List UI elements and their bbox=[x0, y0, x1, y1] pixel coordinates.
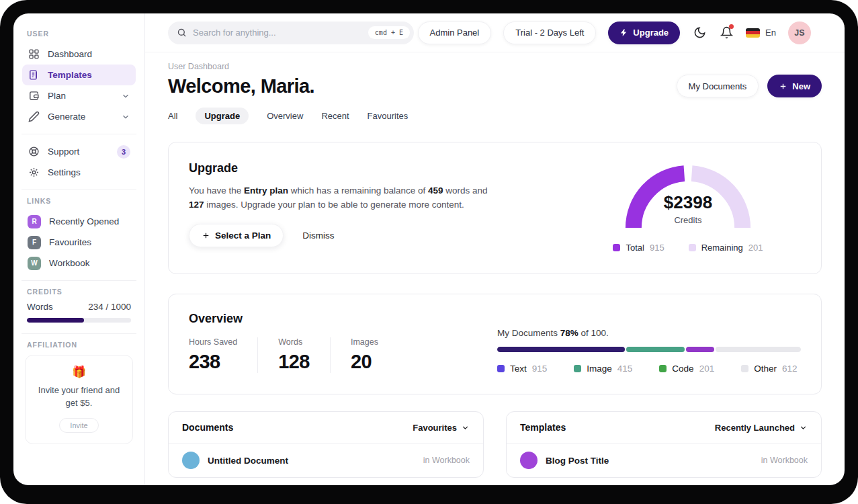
legend-item-text: Text 915 bbox=[497, 364, 547, 374]
sidebar-section-links: LINKS bbox=[27, 197, 131, 205]
legend-swatch bbox=[659, 365, 667, 372]
templates-card-header: Templates Recently Launched bbox=[507, 412, 821, 444]
stat-words: Words 128 bbox=[278, 337, 331, 373]
upgrade-card: Upgrade You have the Entry plan which ha… bbox=[168, 142, 822, 274]
gauge-legend: Total 915 Remaining 201 bbox=[610, 243, 766, 253]
grid-icon bbox=[28, 48, 40, 60]
overview-card: Overview Hours Saved 238 Words 128 Image… bbox=[168, 294, 822, 394]
main-area: cmd + E Admin Panel Trial - 2 Days Left … bbox=[145, 13, 845, 485]
legend-swatch bbox=[613, 244, 620, 251]
tab-overview[interactable]: Overview bbox=[267, 108, 303, 124]
documents-filter-dropdown[interactable]: Favourites bbox=[413, 423, 470, 433]
admin-panel-button[interactable]: Admin Panel bbox=[418, 22, 492, 44]
search-icon bbox=[177, 28, 187, 38]
select-plan-label: Select a Plan bbox=[215, 230, 271, 241]
my-documents-button[interactable]: My Documents bbox=[677, 75, 759, 97]
search-input[interactable] bbox=[193, 28, 362, 38]
stat-images: Images 20 bbox=[351, 337, 398, 373]
chevron-down-icon bbox=[461, 423, 470, 432]
sidebar-item-templates[interactable]: Templates bbox=[22, 65, 136, 85]
bolt-icon bbox=[619, 28, 628, 37]
bottom-row: Documents Favourites Untitled Document i… bbox=[168, 411, 822, 478]
sidebar-link-workbook[interactable]: W Workbook bbox=[22, 253, 136, 274]
credits-row: Words 234 / 1000 bbox=[27, 302, 131, 312]
documents-card: Documents Favourites Untitled Document i… bbox=[168, 411, 484, 478]
select-plan-button[interactable]: Select a Plan bbox=[189, 224, 284, 247]
template-avatar bbox=[520, 452, 538, 469]
link-initial-badge: F bbox=[28, 236, 41, 249]
tab-all[interactable]: All bbox=[168, 108, 177, 124]
user-avatar[interactable]: JS bbox=[788, 22, 811, 44]
legend-item-image: Image 415 bbox=[574, 364, 632, 374]
new-button-label: New bbox=[792, 81, 810, 91]
sidebar-item-settings[interactable]: Settings bbox=[22, 162, 136, 183]
new-button[interactable]: New bbox=[767, 75, 822, 97]
chevron-down-icon bbox=[121, 91, 130, 101]
upgrade-button[interactable]: Upgrade bbox=[608, 22, 680, 44]
sidebar-link-label: Workbook bbox=[49, 258, 90, 268]
sidebar-item-plan[interactable]: Plan bbox=[22, 85, 136, 106]
gift-icon: 🎁 bbox=[32, 365, 126, 379]
usage-bar-segment bbox=[626, 347, 684, 352]
document-title: Untitled Document bbox=[208, 456, 288, 466]
device-frame: USER Dashboard Templates Plan bbox=[0, 0, 858, 504]
document-location: in Workbook bbox=[423, 456, 470, 465]
sidebar-item-support[interactable]: Support 3 bbox=[22, 141, 136, 162]
overview-title: Overview bbox=[189, 312, 419, 326]
upgrade-card-body: You have the Entry plan which has a rema… bbox=[189, 184, 491, 212]
chevron-down-icon bbox=[121, 112, 130, 122]
my-documents-usage-line: My Documents 78% of 100. bbox=[497, 328, 801, 338]
trial-status-button[interactable]: Trial - 2 Days Left bbox=[503, 22, 596, 44]
documents-card-title: Documents bbox=[182, 422, 233, 433]
notification-dot bbox=[729, 24, 734, 29]
usage-bar bbox=[497, 347, 801, 352]
moon-icon bbox=[693, 26, 706, 39]
stat-hours-saved: Hours Saved 238 bbox=[189, 337, 258, 373]
document-icon bbox=[28, 69, 40, 81]
gear-icon bbox=[28, 167, 40, 179]
affiliation-card: 🎁 Invite your friend and get $5. Invite bbox=[25, 355, 133, 444]
template-title: Blog Post Title bbox=[546, 456, 609, 466]
upgrade-card-title: Upgrade bbox=[189, 161, 491, 175]
sidebar-link-label: Recently Opened bbox=[49, 216, 119, 226]
overview-left: Overview Hours Saved 238 Words 128 Image… bbox=[189, 312, 419, 374]
dismiss-button[interactable]: Dismiss bbox=[302, 230, 334, 241]
credits-value: 234 / 1000 bbox=[88, 302, 131, 312]
sidebar-item-label: Plan bbox=[48, 91, 66, 101]
divider bbox=[22, 333, 136, 334]
plus-icon bbox=[202, 231, 210, 240]
language-selector[interactable]: En bbox=[746, 28, 776, 38]
documents-card-header: Documents Favourites bbox=[169, 412, 483, 444]
search-bar[interactable]: cmd + E bbox=[168, 22, 414, 44]
sidebar-link-favourites[interactable]: F Favourites bbox=[22, 232, 136, 253]
tabs: All Upgrade Overview Recent Favourites bbox=[168, 108, 822, 124]
sidebar-link-recently-opened[interactable]: R Recently Opened bbox=[22, 211, 136, 232]
pencil-icon bbox=[28, 111, 40, 123]
legend-swatch bbox=[741, 365, 748, 372]
template-row[interactable]: Blog Post Title in Workbook bbox=[507, 444, 821, 477]
usage-bar-segment bbox=[716, 347, 801, 352]
templates-filter-dropdown[interactable]: Recently Launched bbox=[715, 423, 808, 433]
tab-recent[interactable]: Recent bbox=[321, 108, 349, 124]
upgrade-card-actions: Select a Plan Dismiss bbox=[189, 224, 491, 247]
invite-button[interactable]: Invite bbox=[59, 418, 98, 433]
gauge-amount: $2398 bbox=[610, 192, 766, 213]
sidebar-item-label: Dashboard bbox=[48, 49, 92, 59]
document-row[interactable]: Untitled Document in Workbook bbox=[169, 444, 483, 477]
upgrade-card-left: Upgrade You have the Entry plan which ha… bbox=[189, 161, 491, 255]
usage-bar-segment bbox=[497, 347, 625, 352]
templates-card-title: Templates bbox=[520, 422, 566, 433]
divider bbox=[22, 280, 136, 281]
document-avatar bbox=[182, 452, 200, 469]
sidebar-item-generate[interactable]: Generate bbox=[22, 106, 136, 127]
chevron-down-icon bbox=[799, 423, 808, 432]
tab-favourites[interactable]: Favourites bbox=[368, 108, 409, 124]
notifications-button[interactable] bbox=[719, 26, 734, 40]
tab-upgrade[interactable]: Upgrade bbox=[196, 108, 249, 124]
sidebar-section-affiliation: AFFILIATION bbox=[27, 341, 131, 349]
topbar: cmd + E Admin Panel Trial - 2 Days Left … bbox=[145, 13, 845, 52]
dark-mode-toggle[interactable] bbox=[692, 26, 707, 40]
sidebar-item-dashboard[interactable]: Dashboard bbox=[22, 44, 136, 65]
topbar-right-cluster: Admin Panel Trial - 2 Days Left Upgrade bbox=[418, 22, 811, 44]
plus-icon bbox=[779, 82, 787, 91]
